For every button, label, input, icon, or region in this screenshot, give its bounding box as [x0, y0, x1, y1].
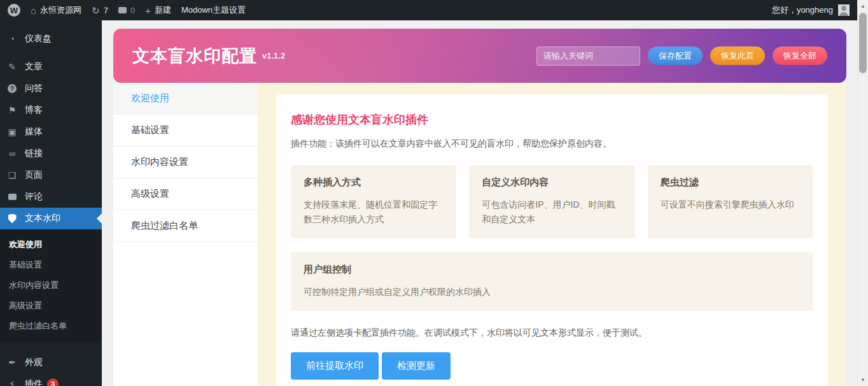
feature-grid: 多种插入方式 支持段落末尾、随机位置和固定字数三种水印插入方式 自定义水印内容 …: [291, 165, 813, 238]
sidebar-item-label: 链接: [25, 148, 43, 159]
home-icon: ⌂: [31, 6, 36, 15]
tab-content: 感谢您使用文本盲水印插件 插件功能：该插件可以在文章内容中嵌入不可见的盲水印，帮…: [258, 83, 846, 386]
theme-settings-label: Modown主题设置: [181, 4, 246, 16]
plugin-settings-panel: 文本盲水印配置 v1.1.2 保存配置 恢复此页 恢复全部 欢迎使用 基础设置 …: [113, 29, 846, 386]
sidebar-item-blog[interactable]: ⚑ 博客: [0, 99, 102, 121]
sidebar-item-pages[interactable]: ❏ 页面: [0, 164, 102, 186]
comments-link[interactable]: 0: [118, 6, 135, 15]
settings-tab-list: 欢迎使用 基础设置 水印内容设置 高级设置 爬虫过滤白名单: [113, 83, 258, 386]
site-name-label: 永恒资源网: [40, 4, 81, 16]
tab-advanced-settings[interactable]: 高级设置: [113, 178, 258, 210]
media-icon: ▣: [5, 127, 19, 137]
sidebar-item-label: 页面: [25, 169, 43, 181]
new-content-button[interactable]: + 新建: [145, 4, 171, 16]
keyword-search-input[interactable]: [536, 46, 640, 66]
account-menu[interactable]: 您好，yongheng: [772, 4, 850, 16]
comments-icon: [118, 7, 127, 13]
admin-bar: W ⌂ 永恒资源网 ↻ 7 0 + 新建 Modown主题设置 您好，yongh…: [0, 0, 857, 20]
feature-card-insert-modes: 多种插入方式 支持段落末尾、随机位置和固定字数三种水印插入方式: [291, 165, 456, 238]
sidebar-item-label: 评论: [25, 191, 43, 203]
submenu-item-content-settings[interactable]: 水印内容设置: [0, 275, 102, 296]
sidebar-item-label: 仪表盘: [25, 33, 52, 45]
sidebar-item-comments[interactable]: 评论: [0, 186, 102, 208]
plugins-icon: ⚡: [5, 379, 19, 386]
feature-card-user-groups: 用户组控制 可控制特定用户组或自定义用户权限的水印插入: [291, 252, 813, 311]
greeting-label: 您好，yongheng: [772, 4, 833, 16]
avatar: [838, 4, 850, 16]
feature-title: 爬虫过滤: [661, 176, 801, 189]
wordpress-logo-icon: W: [8, 4, 20, 17]
sidebar-item-label: 媒体: [25, 126, 43, 138]
feature-desc: 可包含访问者IP、用户ID、时间戳和自定义文本: [482, 197, 622, 227]
tab-crawler-whitelist[interactable]: 爬虫过滤白名单: [113, 210, 258, 242]
posts-icon: ✎: [5, 62, 19, 72]
dashboard-icon: ◔: [5, 34, 19, 44]
feature-desc: 可控制特定用户组或自定义用户权限的水印插入: [304, 285, 801, 299]
plugins-update-badge: 3: [47, 378, 59, 386]
extract-watermark-button[interactable]: 前往提取水印: [291, 352, 379, 380]
plus-icon: +: [145, 6, 151, 15]
link-icon: ∞: [5, 148, 19, 159]
feature-card-custom-content: 自定义水印内容 可包含访问者IP、用户ID、时间戳和自定义文本: [469, 165, 634, 238]
submenu-item-advanced-settings[interactable]: 高级设置: [0, 296, 102, 316]
scrollbar[interactable]: ▲ ▼: [857, 0, 868, 386]
scroll-up-button[interactable]: ▲: [858, 3, 868, 9]
theme-settings-link[interactable]: Modown主题设置: [181, 4, 246, 16]
scroll-down-button[interactable]: ▼: [858, 377, 868, 383]
tab-basic-settings[interactable]: 基础设置: [113, 115, 258, 147]
sidebar-item-label: 问答: [25, 83, 43, 94]
note-text: 请通过左侧选项卡配置插件功能。在调试模式下，水印将以可见文本形式显示，便于测试。: [291, 327, 813, 339]
sidebar-item-dashboard[interactable]: ◔ 仪表盘: [0, 28, 102, 50]
feature-title: 自定义水印内容: [482, 176, 622, 189]
sidebar-item-label: 文本水印: [25, 213, 60, 224]
flag-icon: ⚑: [5, 105, 19, 115]
updates-link[interactable]: ↻ 7: [92, 6, 108, 15]
page-title: 文本盲水印配置: [132, 45, 257, 68]
feature-title: 用户组控制: [304, 264, 801, 276]
feature-desc: 可设置不向搜索引擎爬虫插入水印: [661, 197, 801, 212]
sidebar-item-media[interactable]: ▣ 媒体: [0, 121, 102, 143]
tab-content-settings[interactable]: 水印内容设置: [113, 147, 258, 178]
save-config-button[interactable]: 保存配置: [648, 46, 703, 65]
feature-desc: 支持段落末尾、随机位置和固定字数三种水印插入方式: [304, 197, 444, 227]
sidebar-item-label: 外观: [25, 357, 43, 368]
action-buttons: 前往提取水印 检测更新: [291, 352, 813, 380]
feature-title: 多种插入方式: [304, 176, 444, 189]
comment-count: 0: [130, 6, 135, 15]
sidebar-item-plugins[interactable]: ⚡ 插件 3: [0, 373, 102, 386]
page-content-area: 文本盲水印配置 v1.1.2 保存配置 恢复此页 恢复全部 欢迎使用 基础设置 …: [102, 20, 857, 386]
qa-icon: ?: [5, 84, 19, 93]
scroll-thumb[interactable]: [859, 13, 867, 73]
sidebar-item-label: 博客: [25, 104, 43, 116]
screen: W ⌂ 永恒资源网 ↻ 7 0 + 新建 Modown主题设置 您好，yongh…: [0, 0, 868, 386]
restore-page-button[interactable]: 恢复此页: [710, 46, 765, 65]
sidebar-item-label: 文章: [25, 61, 43, 73]
sidebar-item-posts[interactable]: ✎ 文章: [0, 56, 102, 78]
sidebar-item-links[interactable]: ∞ 链接: [0, 143, 102, 164]
admin-sidebar: ◔ 仪表盘 ✎ 文章 ? 问答 ⚑ 博客 ▣ 媒体 ∞ 链接 ❏ 页面 评论: [0, 20, 102, 386]
tab-welcome[interactable]: 欢迎使用: [113, 83, 258, 115]
updates-icon: ↻: [92, 6, 100, 15]
wordpress-menu[interactable]: W: [8, 4, 20, 17]
sidebar-item-label: 插件: [25, 378, 43, 386]
submenu-item-crawler-whitelist[interactable]: 爬虫过滤白名单: [0, 316, 102, 336]
update-count: 7: [104, 6, 108, 15]
sidebar-item-text-watermark[interactable]: 文本水印: [0, 208, 102, 229]
appearance-icon: ✒: [5, 357, 19, 368]
shield-icon: [5, 214, 19, 224]
pages-icon: ❏: [5, 170, 19, 180]
site-name-link[interactable]: ⌂ 永恒资源网: [31, 4, 81, 16]
welcome-card: 感谢您使用文本盲水印插件 插件功能：该插件可以在文章内容中嵌入不可见的盲水印，帮…: [277, 94, 827, 386]
check-update-button[interactable]: 检测更新: [382, 352, 451, 380]
comment-icon: [5, 194, 19, 200]
feature-card-crawler-filter: 爬虫过滤 可设置不向搜索引擎爬虫插入水印: [648, 165, 813, 238]
sidebar-item-appearance[interactable]: ✒ 外观: [0, 352, 102, 373]
sidebar-item-qa[interactable]: ? 问答: [0, 78, 102, 99]
welcome-heading: 感谢您使用文本盲水印插件: [291, 112, 813, 127]
plugin-header: 文本盲水印配置 v1.1.2 保存配置 恢复此页 恢复全部: [113, 29, 846, 83]
submenu-item-basic-settings[interactable]: 基础设置: [0, 255, 102, 275]
submenu-item-welcome[interactable]: 欢迎使用: [0, 234, 102, 255]
restore-all-button[interactable]: 恢复全部: [773, 46, 827, 65]
watermark-submenu: 欢迎使用 基础设置 水印内容设置 高级设置 爬虫过滤白名单: [0, 229, 102, 343]
new-content-label: 新建: [155, 4, 171, 16]
